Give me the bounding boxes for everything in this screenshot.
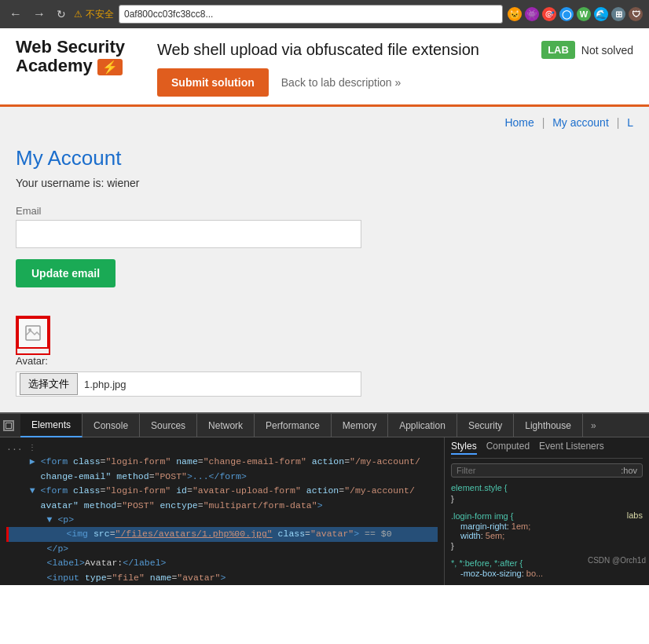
hover-pseudo[interactable]: :hov <box>621 466 637 475</box>
lab-title-area: Web shell upload via obfuscated file ext… <box>157 38 526 104</box>
email-form-section: Email Update email <box>16 205 633 303</box>
devtools-body: ... ⋮ ▶ <form class="login-form" name="c… <box>0 437 649 585</box>
email-input[interactable] <box>16 220 361 248</box>
html-line-p[interactable]: ▼ <p> <box>6 513 438 527</box>
labs-source: labs <box>627 510 643 520</box>
devtools-panel: Elements Console Sources Network Perform… <box>0 412 649 585</box>
csdn-watermark: CSDN @Orch1d <box>588 556 646 565</box>
avatar-image-box <box>16 316 50 355</box>
browser-icons: 🐱 👾 🎯 ◯ W 🌊 ⊞ 🛡 <box>508 7 643 21</box>
file-choose-button[interactable]: 选择文件 <box>20 373 78 395</box>
html-line-form1[interactable]: ▶ <form class="login-form" name="change-… <box>6 455 438 469</box>
event-listeners-tab[interactable]: Event Listeners <box>539 441 604 455</box>
lab-actions: Submit solution Back to lab description … <box>157 68 526 97</box>
nav-home[interactable]: Home <box>504 116 534 129</box>
url-bar[interactable] <box>119 5 503 24</box>
avatar-section: Avatar: 选择文件 1.php.jpg <box>16 316 633 397</box>
devtools-right-tabs: Styles Computed Event Listeners <box>451 441 643 459</box>
html-line-input-file: <input type="file" name="avatar"> <box>6 571 438 585</box>
style-rule-element: element.style { } <box>451 482 643 504</box>
browser-chrome: ← → ↻ ⚠ 不安全 🐱 👾 🎯 ◯ W 🌊 ⊞ 🛡 <box>0 0 649 28</box>
page-nav: Home | My account | L <box>0 107 649 138</box>
lab-status: LAB Not solved <box>541 38 633 59</box>
devtools-tab-application[interactable]: Application <box>388 414 457 437</box>
submit-solution-button[interactable]: Submit solution <box>157 68 269 97</box>
extension-icon-5: W <box>577 7 591 21</box>
devtools-tab-lighthouse[interactable]: Lighthouse <box>514 414 583 437</box>
extension-icon-2: 👾 <box>525 7 539 21</box>
extension-icon-6: 🌊 <box>594 7 608 21</box>
computed-tab[interactable]: Computed <box>486 441 530 455</box>
logo-area: Web Security Academy ⚡ <box>16 38 141 75</box>
update-email-button[interactable]: Update email <box>16 259 116 287</box>
devtools-drag-icon <box>3 420 14 431</box>
lab-badge: LAB <box>541 41 575 59</box>
html-line-p-close: </p> <box>6 542 438 556</box>
lab-title: Web shell upload via obfuscated file ext… <box>157 41 526 59</box>
styles-filter-row: :hov <box>451 463 643 478</box>
nav-separator-2: | <box>617 116 620 129</box>
avatar-label: Avatar: <box>16 355 48 367</box>
back-to-lab-link[interactable]: Back to lab description » <box>281 76 402 89</box>
extension-icon-7: ⊞ <box>611 7 625 21</box>
extension-icon-8: 🛡 <box>629 7 643 21</box>
file-name-display: 1.php.jpg <box>84 379 126 390</box>
back-button[interactable]: ← <box>6 5 25 23</box>
devtools-tab-console[interactable]: Console <box>82 414 140 437</box>
lab-header: Web Security Academy ⚡ Web shell upload … <box>0 28 649 107</box>
username-info: Your username is: wiener <box>16 177 633 189</box>
page-content: Home | My account | L My Account Your us… <box>0 107 649 412</box>
nav-my-account[interactable]: My account <box>552 116 609 129</box>
security-warning: ⚠ 不安全 <box>74 8 114 21</box>
lab-not-solved: Not solved <box>581 44 633 57</box>
html-line-label: <label>Avatar:</label> <box>6 556 438 570</box>
devtools-tab-sources[interactable]: Sources <box>140 414 197 437</box>
html-line-form1b: change-email" method="POST">...</form> <box>6 470 438 484</box>
devtools-tab-more[interactable]: » <box>583 420 604 431</box>
styles-tab[interactable]: Styles <box>451 441 477 455</box>
page-main: My Account Your username is: wiener Emai… <box>0 138 649 412</box>
style-rule-login-form-img: .login-form img {labs margin-right: 1em;… <box>451 510 643 551</box>
extension-icon-4: ◯ <box>559 7 574 21</box>
html-line-form2b: avatar" method="POST" enctype="multipart… <box>6 499 438 513</box>
forward-button[interactable]: → <box>30 5 49 23</box>
avatar-placeholder <box>17 317 49 349</box>
extension-icon-3: 🎯 <box>542 7 556 21</box>
extension-icon-1: 🐱 <box>508 7 522 21</box>
logo-lightning: ⚡ <box>97 59 123 75</box>
warning-icon: ⚠ <box>74 9 82 20</box>
devtools-tab-performance[interactable]: Performance <box>255 414 332 437</box>
styles-filter-input[interactable] <box>456 466 621 475</box>
file-input-wrapper: 选择文件 1.php.jpg <box>16 371 361 397</box>
page-title: My Account <box>16 146 633 170</box>
devtools-tab-elements[interactable]: Elements <box>20 414 82 437</box>
refresh-button[interactable]: ↻ <box>53 6 69 22</box>
devtools-tabs-bar: Elements Console Sources Network Perform… <box>0 414 649 437</box>
logo-text: Web Security Academy ⚡ <box>16 38 141 75</box>
html-line-form2[interactable]: ▼ <form class="login-form" id="avatar-up… <box>6 484 438 498</box>
devtools-tab-security[interactable]: Security <box>457 414 514 437</box>
nav-logout[interactable]: L <box>627 116 633 129</box>
devtools-html-panel: ... ⋮ ▶ <form class="login-form" name="c… <box>0 437 445 585</box>
devtools-tab-network[interactable]: Network <box>197 414 255 437</box>
email-label: Email <box>16 205 633 217</box>
nav-separator-1: | <box>542 116 545 129</box>
devtools-tab-memory[interactable]: Memory <box>332 414 388 437</box>
html-line-img[interactable]: <img src="/files/avatars/1.php%00.jpg" c… <box>6 527 438 541</box>
html-line-1: ... ⋮ <box>6 441 438 455</box>
svg-point-1 <box>28 328 31 331</box>
image-broken-icon <box>24 324 42 342</box>
